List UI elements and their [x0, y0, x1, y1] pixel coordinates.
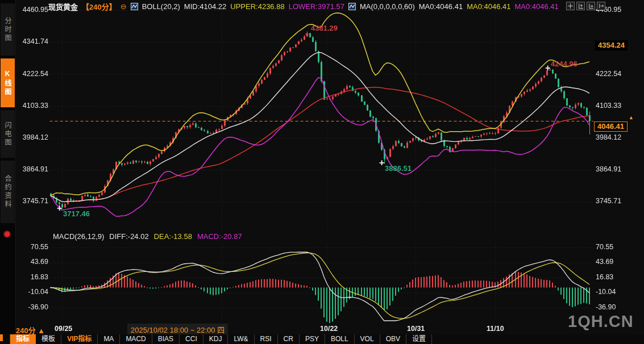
- x-axis-date: 10/22: [320, 325, 338, 333]
- macd-macd-value: MACD:-20.87: [197, 232, 242, 241]
- price-axis-label: 4103.33: [596, 102, 621, 110]
- high-marker-icon: ▼: [304, 32, 310, 38]
- boll-indicator-icon[interactable]: [131, 3, 138, 10]
- macd-axis-label: -36.90: [22, 303, 48, 311]
- live-alert-icon: ✺: [3, 229, 11, 240]
- sidebar-tab-label: K线图: [3, 70, 13, 97]
- toolbar-item-cr[interactable]: CR: [278, 334, 300, 344]
- macd-axis-label: -10.04: [22, 288, 48, 296]
- scrollbar-left-thumb[interactable]: [0, 334, 3, 341]
- macd-axis-label: 16.83: [596, 273, 613, 281]
- toolbar-item-obv[interactable]: OBV: [380, 334, 406, 344]
- current-price-tag: 4046.41: [594, 121, 628, 132]
- boll-mid-value: MID:4104.22: [184, 2, 226, 11]
- price-axis-label: 4222.54: [22, 70, 48, 78]
- boll-lower-value: LOWER:3971.57: [289, 2, 344, 11]
- sidebar-tab-lightning[interactable]: 闪电图: [1, 110, 15, 158]
- toolbar-item-psy[interactable]: PSY: [300, 334, 325, 344]
- macd-axis-label: -36.90: [596, 303, 616, 311]
- annotation-low-2: 3886.51: [385, 164, 412, 173]
- zoom-x-axis-icon[interactable]: [587, 2, 595, 10]
- annotation-high-1: 4381.29: [311, 24, 338, 32]
- sidebar: 分时图 K线图 闪电图 合约资料 ✺: [0, 0, 16, 344]
- x-axis-date: 11/10: [487, 325, 504, 333]
- sidebar-tab-label: 分时图: [3, 17, 13, 43]
- macd-axis-label: -10.04: [596, 288, 616, 296]
- price-axis-label: 4222.54: [596, 70, 621, 78]
- ma-indicator-icon[interactable]: [348, 3, 356, 10]
- toolbar-item-cci[interactable]: CCI: [180, 334, 203, 344]
- crosshair-tool-icon[interactable]: [566, 2, 575, 10]
- macd-axis-label: 16.83: [22, 273, 48, 281]
- boll-label: BOLL(20,2): [142, 2, 180, 11]
- sidebar-tab-label: 合约资料: [3, 175, 13, 209]
- main-chart-canvas[interactable]: [15, 0, 644, 241]
- sidebar-tab-label: 闪电图: [3, 121, 13, 147]
- zoom-y-axis-icon[interactable]: [576, 2, 585, 10]
- toolbar-item-macd[interactable]: MACD: [120, 334, 152, 344]
- toolbar-item-lw[interactable]: LW&: [228, 334, 254, 344]
- watermark: 1QH.CN: [568, 312, 634, 331]
- macd-header: MACD(26,12,9) DIFF:-24.02 DEA:-13.58 MAC…: [53, 232, 242, 241]
- price-axis-label: 3984.12: [596, 133, 621, 141]
- toolbar-item-vip-indicator[interactable]: VIP指标: [61, 334, 98, 344]
- annotation-low-1: 3717.46: [63, 209, 90, 218]
- sidebar-tab-contract-info[interactable]: 合约资料: [1, 161, 15, 223]
- trading-app-window: 分时图 K线图 闪电图 合约资料 ✺ 现货黄金 【240分】 ⊖ BOLL(20…: [0, 0, 644, 344]
- cross-marker-icon: +: [57, 203, 62, 213]
- ma0-value-magenta: MA0:4046.41: [514, 2, 558, 11]
- toolbar-item-settings[interactable]: 设置: [406, 334, 432, 344]
- pan-right-icon[interactable]: [597, 2, 605, 10]
- chart-tool-buttons: [566, 2, 605, 10]
- price-axis-label: 3864.91: [596, 165, 621, 173]
- period-label: 【240分】: [82, 1, 117, 12]
- macd-axis-label: 70.55: [596, 243, 613, 251]
- annotation-high-2: 4244.96: [551, 60, 577, 68]
- cross-marker-icon: +: [545, 63, 550, 73]
- price-axis-label: 4460.95: [22, 6, 48, 14]
- indicator-toolbar: 指标 模板 VIP指标 MA MACD BIAS CCI KDJ LW& RSI…: [0, 334, 644, 344]
- price-axis-label: 3984.12: [22, 133, 48, 141]
- toolbar-item-ma[interactable]: MA: [98, 334, 120, 344]
- toolbar-item-template[interactable]: 模板: [36, 334, 61, 344]
- toolbar-item-boll[interactable]: BOLL: [325, 334, 355, 344]
- macd-title: MACD(26,12,9): [53, 232, 104, 241]
- toolbar-item-kdj[interactable]: KDJ: [203, 334, 228, 344]
- sidebar-tab-timeshare[interactable]: 分时图: [1, 3, 15, 56]
- price-axis-label: 3864.91: [22, 165, 48, 173]
- price-axis-label: 3745.71: [596, 197, 621, 205]
- toolbar-item-vol[interactable]: VOL: [355, 334, 380, 344]
- price-axis-label: 3745.71: [22, 197, 48, 205]
- ma-label: MA(0,0,0,0,0,60): [360, 2, 415, 11]
- price-axis-label: 4103.33: [22, 102, 48, 110]
- macd-axis-label: 70.55: [22, 243, 48, 251]
- chart-legend: 现货黄金 【240分】 ⊖ BOLL(20,2) MID:4104.22 UPP…: [48, 2, 559, 11]
- cross-marker-icon: +: [379, 158, 384, 168]
- macd-axis-label: 43.69: [596, 258, 613, 266]
- symbol-name: 现货黄金: [48, 1, 78, 12]
- x-axis-date: 10/31: [407, 325, 425, 333]
- ma0-value-white: MA0:4046.41: [419, 2, 463, 11]
- macd-chart-canvas[interactable]: [15, 241, 644, 324]
- x-axis: 240分 ▲ 09/25 10/13 10/22 10/31 11/10 202…: [0, 322, 644, 334]
- collapse-icon[interactable]: ⊖: [121, 3, 127, 10]
- ma0-value-yellow: MA0:4046.41: [467, 2, 510, 11]
- toolbar-item-indicator[interactable]: 指标: [10, 334, 36, 344]
- price-axis-label: 4341.74: [22, 37, 48, 45]
- macd-axis-label: 43.69: [22, 258, 48, 266]
- alert-price-tag[interactable]: 4354.24: [595, 40, 628, 51]
- macd-dea-value: DEA:-13.58: [154, 232, 192, 241]
- toolbar-item-bias[interactable]: BIAS: [152, 334, 180, 344]
- x-axis-date: 09/25: [55, 325, 72, 333]
- boll-upper-value: UPPER:4236.88: [230, 2, 284, 11]
- macd-diff-value: DIFF:-24.02: [109, 232, 148, 241]
- price-alert-arrow-icon[interactable]: ▲: [629, 115, 634, 120]
- sidebar-tab-kline[interactable]: K线图: [1, 58, 15, 107]
- toolbar-item-rsi[interactable]: RSI: [255, 334, 278, 344]
